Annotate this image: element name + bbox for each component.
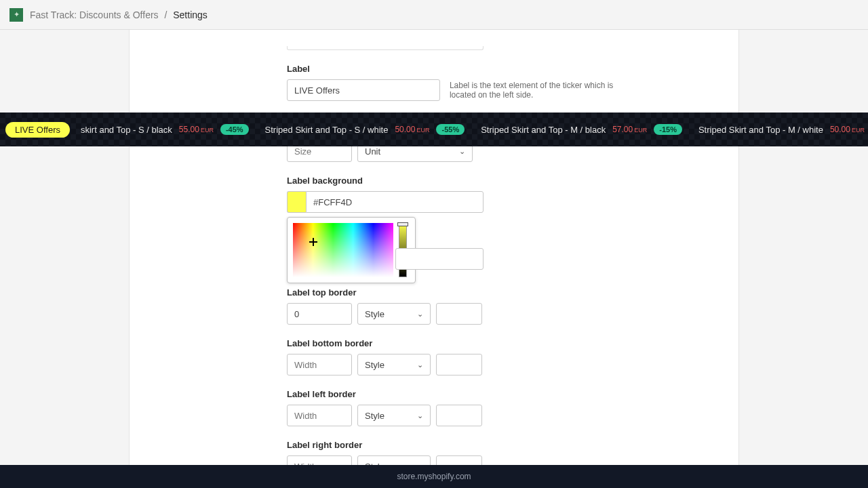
unit-select-label: Unit xyxy=(365,146,380,157)
label-help: Label is the text element of the ticker … xyxy=(450,81,639,100)
ticker-item-title: Striped Skirt and Top - S / white xyxy=(265,125,389,135)
left-border-title: Label left border xyxy=(287,389,639,399)
left-border-color-input[interactable] xyxy=(436,405,482,426)
ticker-item-title: skirt and Top - S / black xyxy=(81,125,172,135)
ticker-item-badge: -55% xyxy=(436,124,465,135)
ticker-item: Striped Skirt and Top - S / white 50.00E… xyxy=(257,124,473,135)
bg-title: Label background xyxy=(287,176,639,186)
ticker-item: skirt and Top - S / black 55.00EUR -45% xyxy=(73,124,257,135)
topbar: ✦ Fast Track: Discounts & Offers / Setti… xyxy=(0,0,868,30)
ticker-item: Striped Skirt and Top - M / white 50.00E… xyxy=(690,124,868,135)
chevron-down-icon: ⌄ xyxy=(417,310,423,319)
chevron-down-icon: ⌄ xyxy=(417,361,423,369)
color-picker-handle[interactable] xyxy=(397,222,408,226)
ticker-item-price: 57.00EUR xyxy=(612,125,647,134)
app-icon: ✦ xyxy=(9,8,23,22)
ticker-label-pill: LIVE Offers xyxy=(5,122,70,138)
color-picker-cross-icon[interactable] xyxy=(309,238,317,246)
ticker-item-price: 50.00EUR xyxy=(395,125,429,134)
bottom-border-color-input[interactable] xyxy=(436,354,482,375)
ticker-preview: LIVE Offers skirt and Top - S / black 55… xyxy=(0,113,868,146)
ticker-item-badge: -45% xyxy=(220,124,249,135)
ticker-item-price: 55.00EUR xyxy=(179,125,214,134)
prev-input-cut[interactable] xyxy=(287,46,484,50)
top-border-color-input[interactable] xyxy=(436,303,482,325)
ticker-item-price: 50.00EUR xyxy=(830,125,865,134)
ticker-item-badge: -15% xyxy=(654,124,682,135)
bottom-border-style-label: Style xyxy=(365,360,384,370)
settings-panel: Label Label is the text element of the t… xyxy=(129,30,739,488)
left-border-style-label: Style xyxy=(365,411,384,421)
bg-input[interactable] xyxy=(306,191,484,213)
right-border-title: Label right border xyxy=(287,440,639,450)
top-border-style-select[interactable]: Style ⌄ xyxy=(357,303,431,325)
bottom-border-width-input[interactable] xyxy=(287,354,352,375)
color-picker-saturation[interactable] xyxy=(293,223,393,277)
footer: store.myshopify.com xyxy=(0,465,868,488)
bottom-border-title: Label bottom border xyxy=(287,338,639,348)
top-border-title: Label top border xyxy=(287,287,639,298)
ticker-inner: LIVE Offers skirt and Top - S / black 55… xyxy=(0,113,868,146)
left-border-style-select[interactable]: Style ⌄ xyxy=(357,405,431,426)
chevron-down-icon: ⌄ xyxy=(417,411,423,420)
breadcrumb: Fast Track: Discounts & Offers / Setting… xyxy=(30,9,208,20)
top-border-style-label: Style xyxy=(365,309,384,319)
ticker-item-title: Striped Skirt and Top - M / white xyxy=(698,125,823,135)
label-title: Label xyxy=(287,64,639,74)
ticker-item: Striped Skirt and Top - M / black 57.00E… xyxy=(473,124,690,135)
top-border-width-input[interactable] xyxy=(287,303,352,325)
color-swatch[interactable] xyxy=(287,191,306,213)
breadcrumb-app[interactable]: Fast Track: Discounts & Offers xyxy=(30,9,159,20)
bottom-border-style-select[interactable]: Style ⌄ xyxy=(357,354,431,375)
label-input[interactable] xyxy=(287,79,440,101)
breadcrumb-current: Settings xyxy=(173,9,208,20)
ticker-item-title: Striped Skirt and Top - M / black xyxy=(481,125,606,135)
left-border-width-input[interactable] xyxy=(287,405,352,426)
footer-domain: store.myshopify.com xyxy=(397,472,471,481)
chevron-down-icon: ⌄ xyxy=(459,147,465,156)
text-color-input[interactable] xyxy=(395,248,484,270)
breadcrumb-sep: / xyxy=(164,9,167,20)
